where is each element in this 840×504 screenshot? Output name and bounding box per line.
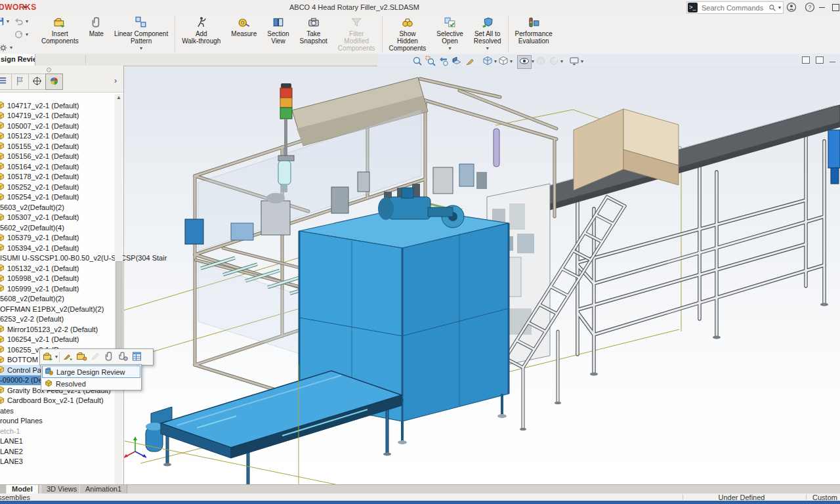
tree-item[interactable]: 104719_v2-1 (Default) xyxy=(0,111,79,121)
tree-item[interactable]: 105155_v2-1 (Default) xyxy=(0,141,79,152)
tree-item[interactable]: 106254_v2-1 (Default) xyxy=(0,335,79,345)
tree-item[interactable]: 105007_v2-1 (Default) xyxy=(0,121,79,131)
appearance-brush-button[interactable] xyxy=(61,350,75,364)
section-view-button[interactable] xyxy=(450,56,463,68)
dropdown-caret-icon[interactable]: ▾ xyxy=(510,59,513,64)
search-commands-box[interactable]: >_ ▾ xyxy=(686,1,784,14)
zoom-to-area-button[interactable] xyxy=(424,56,437,68)
maximize-button[interactable] xyxy=(832,4,839,11)
tree-item[interactable]: 5608_v2(Default)(2) xyxy=(0,294,64,304)
tree-item[interactable]: Mirror105123_v2-2 (Default) xyxy=(0,324,98,335)
snapshot-button[interactable]: TakeSnapshot xyxy=(295,14,333,54)
paperclip-gear-button[interactable] xyxy=(116,350,130,364)
tab-animation1[interactable]: Animation1 xyxy=(79,485,127,494)
tree-item[interactable]: ates xyxy=(0,406,14,416)
dropdown-caret-icon[interactable]: ▾ xyxy=(486,46,489,51)
tree-item[interactable]: 105252_v2-1 (Default) xyxy=(0,182,79,192)
fm-tab-feature-tree[interactable] xyxy=(0,74,12,90)
search-caret-icon[interactable]: ▾ xyxy=(778,5,781,10)
dropdown-caret-icon[interactable]: ▾ xyxy=(140,46,142,51)
open-button[interactable] xyxy=(41,350,55,364)
zoom-to-fit-button[interactable] xyxy=(411,56,424,68)
window-maximize-icon[interactable] xyxy=(816,56,824,64)
tree-item[interactable]: 105307_v2-1 (Default) xyxy=(0,213,79,223)
table-button[interactable] xyxy=(130,350,144,364)
tree-item[interactable]: 105123_v2-1 (Default) xyxy=(0,131,79,142)
dropdown-caret-icon[interactable]: ▾ xyxy=(581,59,583,64)
panel-split-handle[interactable] xyxy=(47,68,51,72)
scroll-up-icon[interactable]: ▲ xyxy=(115,94,123,100)
tree-item[interactable]: 105164_v2-1 (Default) xyxy=(0,161,79,172)
view-orientation-button[interactable] xyxy=(481,56,494,68)
tree-item[interactable]: round Planes xyxy=(0,416,43,427)
fm-tab-configuration-manager[interactable] xyxy=(28,74,46,90)
section-view-button[interactable]: SectionView xyxy=(262,14,294,54)
tree-item[interactable]: 105999_v2-1 (Default) xyxy=(0,284,79,294)
panel-expand-icon[interactable]: › xyxy=(114,76,117,85)
component-icon xyxy=(0,234,5,242)
walk-through-button[interactable]: AddWalk-through xyxy=(177,14,226,54)
dropdown-caret-icon[interactable]: ▾ xyxy=(449,46,452,51)
search-icon[interactable] xyxy=(768,4,776,12)
tree-item[interactable]: LANE3 xyxy=(0,457,23,467)
tab-model[interactable]: Model xyxy=(6,485,39,494)
performance-button[interactable]: PerformanceEvaluation xyxy=(510,14,558,54)
tab-large-design-review[interactable]: sign Review xyxy=(0,54,35,66)
menu-item-large-design-review[interactable]: Large Design Review xyxy=(42,366,140,378)
tree-item[interactable]: 5603_v2(Default)(2) xyxy=(0,202,64,213)
help-icon[interactable]: ? xyxy=(805,2,815,12)
tree-item[interactable]: 105132_v2-1 (Default) xyxy=(0,263,79,274)
show-hidden-button[interactable]: ShowHiddenComponents xyxy=(384,14,432,54)
tree-item[interactable]: OFFMAN E1PBX_v2(Default)(2) xyxy=(0,304,104,314)
tree-item[interactable]: 6253_v2-2 (Default) xyxy=(0,314,64,325)
tree-item[interactable]: 105998_v2-1 (Default) xyxy=(0,274,79,284)
view-settings-button[interactable] xyxy=(568,56,581,68)
status-bar: ssemblies Under Defined Custom xyxy=(0,494,840,501)
filter-modified-icon xyxy=(350,16,363,30)
fm-tab-property-manager[interactable] xyxy=(11,74,29,90)
dropdown-caret-icon[interactable]: ▾ xyxy=(55,354,58,360)
tree-item[interactable]: 104717_v2-1 (Default) xyxy=(0,100,79,111)
insert-components-button[interactable]: InsertComponents xyxy=(36,14,84,54)
dropdown-caret-icon[interactable]: ▾ xyxy=(560,59,563,64)
edit-appearance-icon xyxy=(536,56,546,68)
tree-item[interactable]: etch-1 xyxy=(0,426,20,436)
minimize-button[interactable] xyxy=(819,7,825,8)
tree-item[interactable]: 105156_v2-1 (Default) xyxy=(0,152,79,162)
component-icon xyxy=(0,101,5,110)
set-resolved-button[interactable]: Set All toResolved▾ xyxy=(469,14,507,54)
window-restore-icon[interactable] xyxy=(802,56,810,64)
mate-button[interactable]: Mate xyxy=(84,14,109,54)
search-input[interactable] xyxy=(700,3,768,12)
tree-item[interactable]: 105178_v2-1 (Default) xyxy=(0,172,79,182)
previous-view-button[interactable] xyxy=(437,56,450,68)
menu-item-resolved[interactable]: Resolved xyxy=(42,378,140,389)
window-minimize-icon[interactable] xyxy=(830,62,835,62)
display-style-button[interactable] xyxy=(497,56,510,68)
undo-button[interactable]: ▾ xyxy=(14,17,28,26)
paperclip-button[interactable] xyxy=(102,350,116,364)
fm-tab-display-manager[interactable] xyxy=(45,74,63,90)
tab-3d-views[interactable]: 3D Views xyxy=(41,485,83,494)
tree-item[interactable]: Cardboard Box_v2-1 (Default) xyxy=(0,396,104,406)
tree-item[interactable]: LANE2 xyxy=(0,446,23,457)
tree-item[interactable]: LANE1 xyxy=(0,436,23,447)
tree-item[interactable]: 105394_v2-1 (Default) xyxy=(0,243,79,253)
add-to-folder-button[interactable] xyxy=(75,350,89,364)
hide-show-items-button[interactable] xyxy=(517,55,532,69)
tree-vertical-scrollbar[interactable]: ▲ ▼ xyxy=(115,94,123,501)
tree-item[interactable]: 105379_v2-1 (Default) xyxy=(0,233,79,243)
save-button[interactable]: ▾ xyxy=(0,17,9,26)
rebuild-button[interactable]: ▾ xyxy=(14,30,28,39)
graphics-viewport[interactable] xyxy=(123,66,840,484)
selective-open-button[interactable]: SelectiveOpen▾ xyxy=(431,14,469,54)
linear-pattern-button[interactable]: Linear ComponentPattern▾ xyxy=(109,14,173,54)
tree-item[interactable]: ISUMI U-SSCSP1.00-B0.50_v2(U-SSCSP(304 S… xyxy=(0,253,167,264)
context-menu: Large Design Review Resolved xyxy=(41,364,142,390)
user-account-icon[interactable] xyxy=(786,2,797,12)
tree-item[interactable]: 105254_v2-1 (Default) xyxy=(0,192,79,203)
apply-appearance-button[interactable] xyxy=(463,56,476,68)
options-gear-button[interactable]: ▾ xyxy=(0,43,12,52)
tree-item[interactable]: 5602_v2(Default)(4) xyxy=(0,222,64,233)
measure-button[interactable]: Measure xyxy=(226,14,262,54)
